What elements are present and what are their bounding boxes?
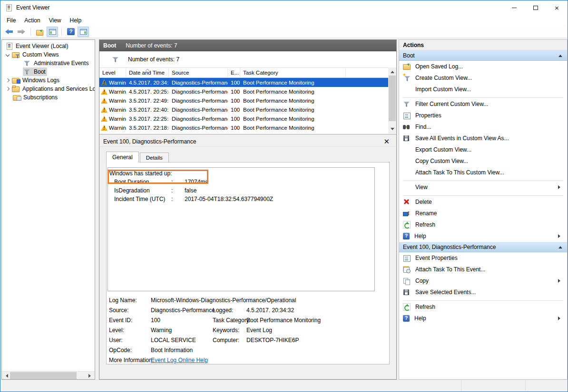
detail-label: User: bbox=[109, 337, 151, 344]
chevron-icon[interactable] bbox=[4, 87, 11, 90]
refresh-icon bbox=[403, 221, 411, 229]
action-item[interactable]: Refresh bbox=[399, 219, 567, 230]
scroll-up-button[interactable] bbox=[388, 67, 396, 75]
action-item[interactable]: Help bbox=[399, 230, 567, 242]
actions-section-header-boot[interactable]: Boot bbox=[399, 50, 567, 61]
console-tree-panel: Event Viewer (Local) Custom Views Admini… bbox=[1, 39, 95, 380]
scroll-up-icon bbox=[391, 69, 394, 73]
column-header-task-category[interactable]: Task Category bbox=[240, 68, 346, 77]
detail-row: Log Name: Microsoft-Windows-Diagnostics-… bbox=[107, 295, 389, 305]
menu-item[interactable]: View bbox=[45, 16, 66, 25]
action-item[interactable]: Delete bbox=[399, 196, 567, 208]
action-item[interactable]: Properties bbox=[399, 110, 567, 121]
action-item[interactable]: Import Custom View... bbox=[399, 84, 567, 95]
tree-item-label: Applications and Services Lo bbox=[22, 86, 95, 92]
action-item[interactable]: Copy bbox=[399, 275, 567, 287]
status-bar-divider bbox=[461, 380, 461, 391]
action-item[interactable]: Attach Task To This Custom View... bbox=[399, 167, 567, 178]
tree-horizontal-scrollbar[interactable] bbox=[2, 371, 95, 379]
action-item[interactable]: Save Selected Events... bbox=[399, 287, 567, 298]
open-saved-log-button[interactable] bbox=[34, 27, 46, 37]
chevron-icon[interactable] bbox=[4, 53, 11, 56]
action-pane-toggle-button[interactable] bbox=[78, 27, 89, 37]
title-bar: Event Viewer × bbox=[0, 0, 568, 15]
column-header-date[interactable]: Date and Time bbox=[126, 68, 169, 77]
back-arrow-icon bbox=[5, 29, 13, 34]
action-item-label: Copy bbox=[415, 277, 429, 284]
help-button[interactable]: ? bbox=[65, 27, 77, 37]
tree-item[interactable]: Event Viewer (Local) bbox=[2, 42, 95, 50]
action-item[interactable]: Attach Task To This Event... bbox=[399, 264, 567, 275]
scrollbar-thumb[interactable] bbox=[10, 372, 77, 379]
submenu-arrow-icon bbox=[558, 279, 562, 283]
menu-item[interactable]: File bbox=[2, 16, 20, 25]
action-item[interactable]: View bbox=[399, 182, 567, 193]
scroll-left-button[interactable] bbox=[2, 372, 10, 380]
actions-pane-title: Actions bbox=[399, 40, 567, 50]
event-row[interactable]: Warning 3.5.2017. 22:25:37 Diagnostics-P… bbox=[99, 114, 388, 123]
help-icon: ? bbox=[67, 28, 75, 35]
status-bar bbox=[1, 380, 567, 391]
event-log-online-help-link[interactable]: Event Log Online Help bbox=[151, 357, 389, 363]
forward-button[interactable] bbox=[16, 27, 27, 37]
action-item[interactable]: Open Saved Log... bbox=[399, 61, 567, 72]
event-date: 4.5.2017. 20:25:46 bbox=[126, 89, 169, 95]
actions-section-header-event[interactable]: Event 100, Diagnostics-Performance bbox=[399, 242, 567, 252]
warning-icon bbox=[101, 79, 108, 86]
back-button[interactable] bbox=[3, 27, 15, 37]
tree-item[interactable]: Subscriptions bbox=[2, 93, 95, 102]
menu-item[interactable]: Help bbox=[66, 16, 86, 25]
event-row[interactable]: Warning 4.5.2017. 20:25:46 Diagnostics-P… bbox=[99, 87, 388, 96]
tree-item[interactable]: Boot bbox=[2, 67, 95, 76]
maximize-button[interactable] bbox=[525, 0, 546, 15]
action-item-label: Copy Custom View... bbox=[415, 158, 468, 164]
event-row[interactable]: Warning 3.5.2017. 22:40:22 Diagnostics-P… bbox=[99, 105, 388, 114]
action-item[interactable]: Find... bbox=[399, 121, 567, 133]
event-row[interactable]: Warning 3.5.2017. 22:49:37 Diagnostics-P… bbox=[99, 96, 388, 105]
action-item[interactable]: Create Custom View... bbox=[399, 72, 567, 84]
event-description-box[interactable]: Windows has started up: Boot Duration : … bbox=[108, 167, 375, 291]
refresh-icon bbox=[403, 303, 411, 311]
preview-close-button[interactable]: ✕ bbox=[383, 138, 392, 145]
tree-item[interactable]: Windows Logs bbox=[2, 76, 95, 85]
tab-details[interactable]: Details bbox=[140, 153, 169, 162]
minimize-button[interactable] bbox=[503, 0, 525, 15]
scroll-right-button[interactable] bbox=[87, 372, 95, 380]
event-date: 3.5.2017. 22:25:37 bbox=[126, 116, 169, 122]
action-item[interactable]: Refresh bbox=[399, 301, 567, 313]
close-button[interactable]: × bbox=[546, 0, 568, 15]
console-tree-toggle-button[interactable] bbox=[47, 27, 58, 37]
action-item[interactable]: Filter Current Custom View... bbox=[399, 98, 567, 110]
column-header-source[interactable]: Source bbox=[169, 68, 228, 77]
rename-icon bbox=[403, 210, 411, 217]
description-rows: Boot Duration : 17074ms IsDegradation : … bbox=[108, 178, 374, 203]
more-information-label: More Information: bbox=[109, 357, 151, 363]
column-header-event-id[interactable]: E... bbox=[228, 68, 240, 77]
collapse-arrow-icon[interactable] bbox=[558, 244, 562, 249]
action-item[interactable]: Help bbox=[399, 313, 567, 324]
chevron-icon[interactable] bbox=[4, 79, 11, 82]
action-item[interactable]: Rename bbox=[399, 208, 567, 219]
scrollbar-thumb[interactable] bbox=[389, 76, 396, 121]
scroll-down-button[interactable] bbox=[388, 126, 396, 134]
action-item[interactable]: Copy Custom View... bbox=[399, 155, 567, 167]
action-item[interactable]: Event Properties bbox=[399, 252, 567, 264]
event-row[interactable]: Warning 4.5.2017. 20:34:32 Diagnostics-P… bbox=[99, 78, 388, 87]
event-id: 100 bbox=[228, 125, 240, 131]
tree-item[interactable]: Custom Views bbox=[2, 50, 95, 59]
collapse-arrow-icon[interactable] bbox=[558, 53, 562, 57]
action-item[interactable]: Export Custom View... bbox=[399, 144, 567, 155]
event-date: 4.5.2017. 20:34:32 bbox=[126, 80, 169, 86]
tab-general[interactable]: General bbox=[106, 152, 139, 163]
action-item[interactable]: Save All Events in Custom View As... bbox=[399, 133, 567, 144]
event-list-scrollbar[interactable] bbox=[388, 67, 396, 134]
event-id: 100 bbox=[228, 98, 240, 104]
event-level: Warning bbox=[109, 116, 126, 122]
maximize-icon bbox=[533, 6, 538, 10]
column-header-level[interactable]: Level bbox=[99, 68, 126, 77]
tree-item[interactable]: Administrative Events bbox=[2, 59, 95, 67]
tree-item[interactable]: Applications and Services Lo bbox=[2, 85, 95, 93]
action-item-label: Save All Events in Custom View As... bbox=[415, 135, 509, 142]
event-row[interactable]: Warning 3.5.2017. 22:18:43 Diagnostics-P… bbox=[99, 123, 388, 132]
menu-item[interactable]: Action bbox=[20, 16, 44, 25]
